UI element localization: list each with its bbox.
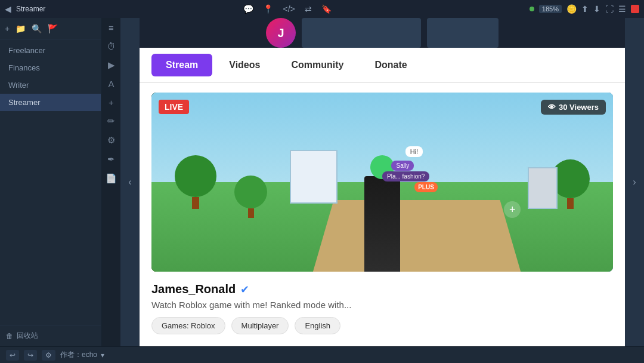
status-bar: ↩ ↪ ⚙ 作者：echo ▾	[0, 346, 644, 363]
tab-videos[interactable]: Videos	[215, 54, 274, 76]
play-icon[interactable]: ▶	[108, 60, 115, 70]
stream-content: Hi! Sally Pla... fashion? PLUS LIVE 👁 30…	[140, 83, 625, 346]
record-button[interactable]	[631, 5, 639, 13]
top-bar-right: 185% 🪙 ⬆ ⬇ ⛶ ☰	[530, 4, 639, 14]
channel-header: J	[140, 18, 625, 48]
tab-community[interactable]: Community	[277, 54, 358, 76]
trash-label: 回收站	[17, 331, 38, 341]
right-arrow-icon: ›	[633, 177, 636, 187]
video-placeholder: Hi! Sally Pla... fashion? PLUS LIVE 👁 30…	[151, 93, 613, 272]
expand-icon[interactable]: ⛶	[605, 4, 614, 14]
menu-list-icon[interactable]: ≡	[109, 23, 114, 33]
dropdown-arrow[interactable]: ▾	[101, 351, 104, 359]
chat-bubble-3: Pla... fashion?	[382, 171, 429, 182]
top-bar: ◀ Streamer 💬 📍 </> ⇄ 🔖 185% 🪙 ⬆ ⬇ ⛶ ☰	[0, 0, 644, 18]
text-icon[interactable]: A	[108, 79, 114, 89]
live-badge: LIVE	[159, 100, 189, 114]
tree-trunk-2	[248, 208, 254, 218]
settings-button[interactable]: ⚙	[42, 350, 55, 361]
stream-description: Watch Roblox game with me! Ranked mode w…	[151, 300, 613, 310]
top-bar-center: 💬 📍 </> ⇄ 🔖	[243, 4, 331, 14]
icon-sidebar: ≡ ⏱ ▶ A + ✏ ⚙ ✒ 📄	[101, 18, 120, 346]
tag-english[interactable]: English	[295, 317, 340, 334]
trash-icon: 🗑	[6, 332, 13, 340]
sidebar-item-freelancer[interactable]: Freelancer	[0, 42, 101, 59]
chat-bubble-1: Hi!	[405, 146, 423, 157]
tree-1	[175, 155, 216, 209]
coin-icon: 🪙	[566, 4, 577, 14]
tree-trunk-1	[192, 197, 199, 209]
building-1	[290, 150, 338, 204]
add-icon[interactable]: +	[5, 24, 10, 33]
sidebar-item-streamer[interactable]: Streamer	[0, 94, 101, 111]
bookmark-icon[interactable]: 🔖	[321, 4, 332, 14]
streamer-info: James_Ronald ✔ Watch Roblox game with me…	[151, 280, 613, 342]
back-icon[interactable]: ◀	[5, 4, 11, 14]
sidebar-item-finances[interactable]: Finances	[0, 59, 101, 76]
search-icon[interactable]: 🔍	[32, 24, 42, 33]
main-layout: + 📁 🔍 🚩 Freelancer Finances Writer Strea…	[0, 18, 644, 346]
stream-tabs: Stream Videos Community Donate	[140, 48, 625, 83]
tab-stream[interactable]: Stream	[151, 54, 212, 76]
viewers-badge: 👁 30 Viewers	[541, 100, 606, 115]
character	[364, 176, 400, 272]
undo-button[interactable]: ↩	[6, 350, 19, 361]
location-icon[interactable]: 📍	[263, 4, 273, 14]
avatar: J	[266, 18, 296, 48]
edit-icon[interactable]: ✏	[107, 116, 115, 127]
viewers-count: 30 Viewers	[559, 103, 599, 112]
sidebar-toolbar: + 📁 🔍 🚩	[0, 18, 101, 39]
share-icon[interactable]: ⬆	[581, 4, 589, 14]
chat-icon[interactable]: 💬	[243, 4, 253, 14]
sidebar-bottom: 🗑 回收站	[0, 325, 101, 346]
building-2	[528, 167, 558, 209]
video-container[interactable]: Hi! Sally Pla... fashion? PLUS LIVE 👁 30…	[151, 93, 613, 272]
avatar-image: J	[266, 18, 296, 48]
tree-top-1	[175, 155, 216, 197]
plus-badge: PLUS	[414, 182, 438, 192]
pen-icon[interactable]: ✒	[107, 154, 115, 165]
download-icon[interactable]: ⬇	[593, 4, 600, 14]
app-title: Streamer	[16, 5, 45, 13]
tree-2	[234, 176, 267, 218]
flag-icon[interactable]: 🚩	[48, 24, 58, 33]
streamer-name-row: James_Ronald ✔	[151, 282, 613, 296]
right-nav-arrow[interactable]: ›	[625, 18, 644, 346]
menu-icon[interactable]: ☰	[618, 4, 626, 14]
transform-icon[interactable]: ⚙	[107, 135, 115, 146]
tag-row: Games: Roblox Multiplayer English	[151, 317, 613, 334]
streamer-name: James_Ronald	[151, 282, 236, 296]
redo-button[interactable]: ↪	[24, 350, 37, 361]
top-bar-left: ◀ Streamer	[5, 4, 45, 14]
folder-icon[interactable]: 📁	[16, 24, 26, 33]
author-section: 作者：echo ▾	[60, 350, 638, 360]
status-dot	[530, 7, 534, 11]
tree-trunk-3	[567, 198, 574, 209]
game-scene: Hi! Sally Pla... fashion? PLUS	[151, 93, 613, 272]
plus-icon[interactable]: +	[109, 97, 114, 107]
channel-name-box	[302, 18, 421, 48]
tree-top-2	[234, 176, 267, 208]
channel-extra-box	[427, 18, 499, 48]
document-icon[interactable]: 📄	[106, 173, 117, 184]
tag-multiplayer[interactable]: Multiplayer	[231, 317, 289, 334]
code-icon[interactable]: </>	[283, 4, 295, 14]
sidebar: + 📁 🔍 🚩 Freelancer Finances Writer Strea…	[0, 18, 101, 346]
tab-donate[interactable]: Donate	[360, 54, 421, 76]
content-area: J Stream Videos Community Donate	[140, 18, 625, 346]
sidebar-nav: Freelancer Finances Writer Streamer	[0, 39, 101, 325]
swap-icon[interactable]: ⇄	[305, 4, 312, 14]
add-overlay-button[interactable]: +	[504, 201, 521, 218]
history-icon[interactable]: ⏱	[107, 41, 116, 51]
author-label: 作者：echo	[60, 350, 97, 360]
sidebar-item-writer[interactable]: Writer	[0, 76, 101, 94]
eye-icon: 👁	[548, 103, 556, 112]
left-nav-arrow[interactable]: ‹	[120, 18, 140, 346]
tag-games[interactable]: Games: Roblox	[151, 317, 225, 334]
chat-bubble-2: Sally	[391, 161, 414, 171]
verified-icon: ✔	[240, 283, 249, 296]
left-arrow-icon: ‹	[128, 177, 131, 187]
zoom-level: 185%	[539, 5, 562, 13]
